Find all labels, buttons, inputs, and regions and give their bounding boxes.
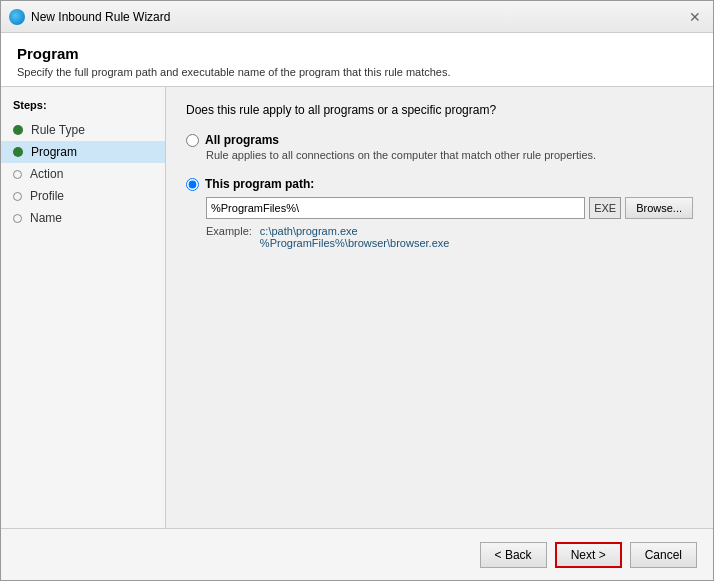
sidebar-item-label-profile: Profile <box>30 189 64 203</box>
this-program-label[interactable]: This program path: <box>205 177 314 191</box>
all-programs-desc: Rule applies to all connections on the c… <box>206 149 693 161</box>
program-path-input[interactable] <box>206 197 585 219</box>
back-button[interactable]: < Back <box>480 542 547 568</box>
content-header: Program Specify the full program path an… <box>1 33 713 87</box>
steps-label: Steps: <box>1 99 165 119</box>
sidebar-item-program[interactable]: Program <box>1 141 165 163</box>
all-programs-row: All programs <box>186 133 693 147</box>
step-dot-name <box>13 214 22 223</box>
sidebar: Steps: Rule Type Program Action Profile … <box>1 87 166 528</box>
panel: Does this rule apply to all programs or … <box>166 87 713 528</box>
cancel-button[interactable]: Cancel <box>630 542 697 568</box>
this-program-option: This program path: EXE Browse... Example… <box>186 177 693 249</box>
all-programs-option: All programs Rule applies to all connect… <box>186 133 693 161</box>
all-programs-label[interactable]: All programs <box>205 133 279 147</box>
sidebar-item-name[interactable]: Name <box>1 207 165 229</box>
wizard-icon <box>9 9 25 25</box>
window: New Inbound Rule Wizard ✕ Program Specif… <box>0 0 714 581</box>
this-program-radio[interactable] <box>186 178 199 191</box>
sidebar-item-label-rule-type: Rule Type <box>31 123 85 137</box>
page-title: Program <box>17 45 697 62</box>
program-path-input-row: EXE Browse... <box>206 197 693 219</box>
exe-label: EXE <box>589 197 621 219</box>
example-path1: c:\path\program.exe <box>260 225 358 237</box>
all-programs-radio[interactable] <box>186 134 199 147</box>
example-label: Example: <box>206 225 252 249</box>
sidebar-item-label-program: Program <box>31 145 77 159</box>
this-program-row: This program path: <box>186 177 693 191</box>
close-button[interactable]: ✕ <box>685 7 705 27</box>
example-row: Example: c:\path\program.exe %ProgramFil… <box>206 225 693 249</box>
page-subtitle: Specify the full program path and execut… <box>17 66 697 78</box>
sidebar-item-action[interactable]: Action <box>1 163 165 185</box>
window-title: New Inbound Rule Wizard <box>31 10 685 24</box>
step-dot-rule-type <box>13 125 23 135</box>
footer: < Back Next > Cancel <box>1 528 713 580</box>
sidebar-item-label-name: Name <box>30 211 62 225</box>
browse-button[interactable]: Browse... <box>625 197 693 219</box>
step-dot-profile <box>13 192 22 201</box>
example-path2: %ProgramFiles%\browser\browser.exe <box>260 237 450 249</box>
step-dot-program <box>13 147 23 157</box>
title-bar: New Inbound Rule Wizard ✕ <box>1 1 713 33</box>
sidebar-item-profile[interactable]: Profile <box>1 185 165 207</box>
next-button[interactable]: Next > <box>555 542 622 568</box>
sidebar-item-label-action: Action <box>30 167 63 181</box>
step-dot-action <box>13 170 22 179</box>
question-text: Does this rule apply to all programs or … <box>186 103 693 117</box>
radio-group: All programs Rule applies to all connect… <box>186 133 693 249</box>
example-paths: c:\path\program.exe %ProgramFiles%\brows… <box>260 225 450 249</box>
sidebar-item-rule-type[interactable]: Rule Type <box>1 119 165 141</box>
main-area: Steps: Rule Type Program Action Profile … <box>1 87 713 528</box>
